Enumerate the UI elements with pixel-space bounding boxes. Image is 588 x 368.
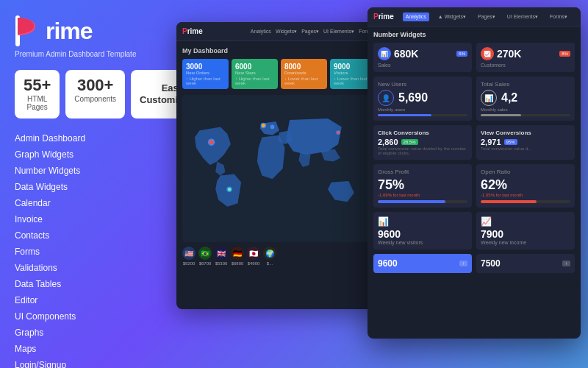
customers-icon: 📈 — [481, 47, 494, 60]
weekly-row: 📊 9600 Weekly new visitors 📈 7900 Weekly… — [373, 212, 575, 250]
weekly-income-value: 7900 — [481, 228, 570, 240]
gross-profit-bar-fill — [378, 200, 445, 203]
mock2-section-title: Number Widgets — [373, 31, 575, 38]
open-ratio-title: Open Ratio — [481, 169, 570, 175]
sales-value: 680K — [394, 48, 418, 60]
customers-value: 270K — [497, 48, 521, 60]
gross-profit-bar — [378, 200, 467, 203]
total-sales-bar — [481, 114, 570, 116]
nav-item-graph-widgets[interactable]: Graph Widgets — [15, 148, 154, 161]
bottom-card-2: 7500 ↑ — [476, 254, 575, 273]
mock1-stat-orders: 3000 New Orders ↑ Higher than last week — [182, 59, 229, 89]
nav-item-data-widgets[interactable]: Data Widgets — [15, 180, 154, 194]
conv-row: Click Conversions 2,860 28.5% Total conv… — [373, 125, 575, 160]
nav-item-admin-dashboard[interactable]: Admin Dashboard — [15, 132, 154, 145]
profit-row: Gross Profit 75% -1.69% for last month O… — [373, 164, 575, 208]
flag-item-brazil: 🇧🇷 $6700 — [198, 247, 212, 266]
flag-usa: 🇺🇸 — [182, 247, 196, 260]
sales-icon: 📊 — [378, 47, 391, 60]
click-conv-desc: Total conversion value divided by the nu… — [378, 146, 467, 155]
open-ratio-bar-fill — [481, 200, 537, 203]
tab-analytics[interactable]: Analytics — [403, 13, 429, 21]
view-conv-value: 2,971 — [481, 138, 501, 146]
bottom-badge-2: ↑ — [562, 261, 570, 266]
stat-components: 300+ Components — [65, 70, 125, 118]
new-users-title: New Users — [378, 81, 467, 88]
nav-item-number-widgets[interactable]: Number Widgets — [15, 164, 154, 177]
nav-item-data-tables[interactable]: Data Tables — [15, 277, 154, 291]
total-sales-footer: Monthly sales — [481, 107, 570, 112]
world-map-svg — [182, 95, 376, 242]
flag-item-germany: 🇩🇪 $6800 — [231, 247, 244, 266]
nav-item-graphs[interactable]: Graphs — [15, 326, 154, 339]
stat-number-html: 55+ — [24, 77, 51, 93]
view-conv-header: View Conversions — [481, 130, 570, 136]
gross-profit-card: Gross Profit 75% -1.69% for last month — [373, 164, 472, 208]
brand-name: rime — [46, 18, 93, 45]
total-sales-title: Total Sales — [481, 81, 570, 88]
weekly-income-icon: 📈 — [481, 216, 570, 227]
svg-point-4 — [270, 125, 275, 130]
dashboard-mockup-1: Prime Analytics Widgets▾ Pages▾ UI Eleme… — [176, 22, 382, 309]
svg-point-7 — [262, 124, 265, 127]
nav-list: Admin Dashboard Graph Widgets Number Wid… — [15, 132, 154, 368]
tab-forms[interactable]: Forms▾ — [547, 13, 570, 21]
new-users-row: New Users 👤 5,690 Monthly users Total Sa… — [373, 77, 575, 121]
weekly-income-card: 📈 7900 Weekly new income — [476, 212, 575, 250]
nav-item-validations[interactable]: Validations — [15, 261, 154, 275]
nav-item-forms[interactable]: Forms — [15, 245, 154, 258]
click-conv-value: 2,860 — [378, 138, 398, 146]
click-conv-title: Click Conversions — [378, 130, 429, 136]
gross-profit-title: Gross Profit — [378, 169, 467, 175]
left-panel: rime Premium Admin Dashboard Template 55… — [0, 0, 169, 368]
stat-label-components: Components — [74, 95, 116, 103]
country-flags-row: 🇺🇸 $9200 🇧🇷 $6700 🇬🇧 $5300 🇩🇪 $6800 🇯🇵 — [182, 247, 376, 266]
bottom-card-1: 9600 ↑ — [373, 254, 472, 273]
mock1-nav-analytics[interactable]: Analytics — [251, 29, 271, 35]
view-conv-title: View Conversions — [481, 130, 531, 136]
new-users-icon: 👤 — [378, 90, 394, 106]
flag-japan: 🇯🇵 — [247, 247, 260, 260]
bottom-value-2: 7500 — [481, 258, 501, 269]
flag-uk: 🇬🇧 — [215, 247, 228, 260]
gross-profit-value: 75% — [378, 177, 467, 193]
total-sales-bar-fill — [481, 114, 521, 116]
stat-label-html: HTML Pages — [24, 95, 51, 111]
tab-widgets[interactable]: ▲ Widgets▾ — [435, 13, 469, 21]
mock1-stat-stars: 6000 New Stars ↑ Higher than last week — [232, 59, 278, 89]
nav-item-ui-components[interactable]: UI Components — [15, 310, 154, 323]
nav-item-editor[interactable]: Editor — [15, 294, 154, 307]
right-area: Prime Analytics Widgets▾ Pages▾ UI Eleme… — [169, 0, 588, 368]
tab-pages[interactable]: Pages▾ — [475, 13, 498, 21]
mock1-logo: Prime — [182, 27, 203, 35]
mock2-topbar: Prime Analytics ▲ Widgets▾ Pages▾ UI Ele… — [368, 7, 581, 26]
widget-sales: 📊 680K 6% Sales — [373, 43, 472, 72]
nav-item-invoice[interactable]: Invoice — [15, 213, 154, 226]
nav-item-login-signup[interactable]: Login/Signup — [15, 358, 154, 368]
new-users-footer: Monthly users — [378, 107, 467, 112]
nav-item-calendar[interactable]: Calendar — [15, 197, 154, 210]
nav-item-maps[interactable]: Maps — [15, 342, 154, 355]
tab-ui[interactable]: UI Elements▾ — [504, 13, 541, 21]
mock1-nav-widgets[interactable]: Widgets▾ — [276, 29, 297, 35]
view-conv-badge: 95% — [504, 139, 517, 145]
flag-brazil: 🇧🇷 — [198, 247, 212, 260]
flag-item-uk: 🇬🇧 $5300 — [215, 247, 228, 266]
stat-html-pages: 55+ HTML Pages — [15, 70, 60, 118]
customers-label: Customers — [481, 63, 570, 68]
mock1-nav-ui[interactable]: UI Elements▾ — [323, 29, 354, 35]
mock1-nav: Analytics Widgets▾ Pages▾ UI Elements▾ F… — [251, 29, 376, 35]
open-ratio-bar — [481, 200, 570, 203]
open-ratio-change: -1.05% for last month — [481, 193, 570, 197]
logo-icon — [15, 15, 43, 47]
sales-badge: 6% — [456, 51, 467, 57]
widget-sales-header: 📊 680K 6% — [378, 47, 467, 60]
stats-row: 55+ HTML Pages 300+ Components Easy Cust… — [15, 70, 154, 118]
click-conv-header: Click Conversions — [378, 130, 467, 136]
widget-cards-row: 📊 680K 6% Sales 📈 270K 8% Customers — [373, 43, 575, 72]
logo-area: rime — [15, 15, 154, 47]
mock1-stat-downloads: 8000 Downloads ↓ Lower than last week — [281, 59, 327, 89]
flag-germany: 🇩🇪 — [231, 247, 244, 260]
nav-item-contacts[interactable]: Contacts — [15, 229, 154, 242]
mock1-nav-pages[interactable]: Pages▾ — [301, 29, 319, 35]
